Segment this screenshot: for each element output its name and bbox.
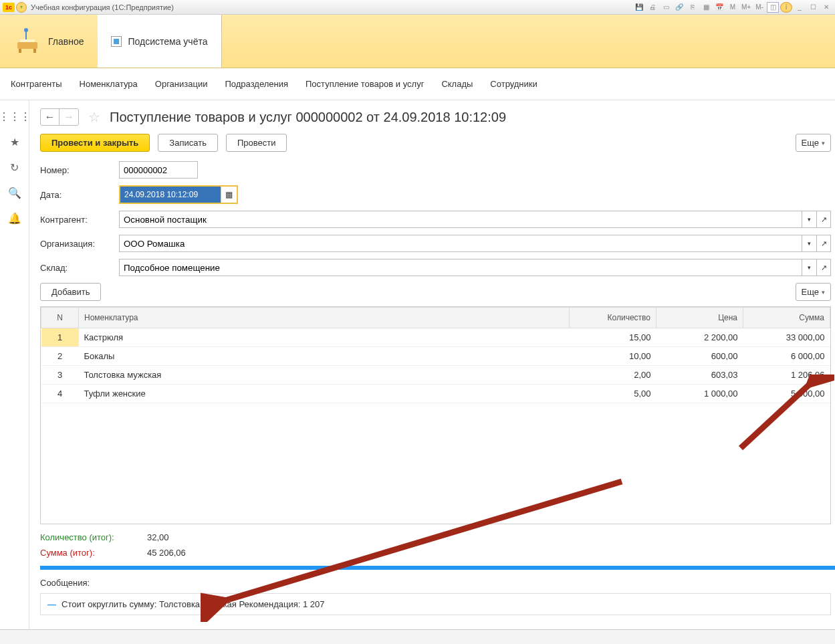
partner-dropdown-icon[interactable]: ▾	[802, 211, 816, 228]
sum-total-value: 45 206,06	[147, 548, 186, 558]
svg-point-3	[24, 28, 28, 32]
svg-rect-1	[20, 39, 35, 42]
calc-icon[interactable]: ▦	[700, 2, 712, 13]
status-bar	[0, 629, 835, 644]
number-field[interactable]	[119, 161, 198, 179]
svg-rect-5	[33, 49, 36, 53]
mplus-icon[interactable]: M+	[740, 2, 752, 13]
nav-back[interactable]: ←	[41, 109, 59, 125]
save-icon[interactable]: 💾	[633, 2, 645, 13]
grid-empty-area[interactable]	[41, 403, 830, 524]
table-row[interactable]: 3Толстовка мужская2,00603,031 206,06	[41, 366, 830, 385]
copy-icon[interactable]: ⎘	[687, 2, 699, 13]
tab-main[interactable]: Главное	[0, 15, 98, 68]
subsystem-icon	[111, 36, 122, 47]
doc-icon[interactable]: ▭	[660, 2, 672, 13]
section-panel: Главное Подсистема учёта	[0, 15, 835, 68]
totals-block: Количество (итог):32,00 Сумма (итог):45 …	[40, 530, 835, 560]
side-toolbar: ⋮⋮⋮ ★ ↻ 🔍 🔔	[0, 100, 29, 629]
post-button[interactable]: Провести	[226, 134, 287, 152]
partner-open-icon[interactable]: ↗	[816, 211, 831, 228]
qty-total-label: Количество (итог):	[40, 532, 147, 542]
col-price[interactable]: Цена	[657, 308, 743, 328]
info-icon[interactable]: i	[780, 2, 792, 13]
add-row-button[interactable]: Добавить	[40, 283, 101, 301]
col-sum[interactable]: Сумма	[743, 308, 830, 328]
window-controls: 💾 🖨 ▭ 🔗 ⎘ ▦ 📅 M M+ M- ◫ i _ ☐ ✕	[633, 2, 832, 13]
menu-contragents[interactable]: Контрагенты	[11, 79, 62, 89]
minimize-icon[interactable]: _	[794, 2, 806, 13]
svg-rect-0	[17, 42, 37, 49]
link-icon[interactable]: 🔗	[673, 2, 685, 13]
m-icon[interactable]: M	[727, 2, 739, 13]
print-icon[interactable]: 🖨	[646, 2, 659, 13]
bell-icon[interactable]: 🔔	[8, 211, 21, 225]
form-content: ← → ☆ Поступление товаров и услуг 000000…	[29, 100, 835, 629]
apps-icon[interactable]: ⋮⋮⋮	[8, 110, 21, 123]
partner-field[interactable]	[119, 211, 802, 228]
wh-label: Склад:	[40, 263, 119, 273]
org-open-icon[interactable]: ↗	[816, 235, 831, 252]
col-nom[interactable]: Номенклатура	[79, 308, 570, 328]
nav-back-forward: ← →	[40, 108, 79, 126]
partner-label: Контрагент:	[40, 215, 119, 225]
wh-field[interactable]	[119, 259, 802, 276]
mminus-icon[interactable]: M-	[753, 2, 765, 13]
qty-total-value: 32,00	[147, 532, 169, 542]
favorite-toggle[interactable]: ☆	[88, 109, 100, 125]
grid-more-button[interactable]: Еще	[796, 283, 831, 301]
window-titlebar: 1c ▾ Учебная конфигурация (1С:Предприяти…	[0, 0, 835, 15]
tab-subsystem[interactable]: Подсистема учёта	[98, 15, 222, 68]
table-row[interactable]: 2Бокалы10,00600,006 000,00	[41, 347, 830, 366]
maximize-icon[interactable]: ☐	[807, 2, 819, 13]
close-icon[interactable]: ✕	[820, 2, 832, 13]
window-title: Учебная конфигурация (1С:Предприятие)	[31, 3, 174, 11]
menu-warehouse[interactable]: Склады	[441, 79, 473, 89]
more-button[interactable]: Еще	[796, 134, 831, 152]
items-table: N Номенклатура Количество Цена Сумма 1Ка…	[41, 307, 830, 403]
menu-org[interactable]: Организации	[155, 79, 208, 89]
menu-employees[interactable]: Сотрудники	[490, 79, 537, 89]
search-icon[interactable]: 🔍	[8, 186, 21, 199]
date-field[interactable]	[120, 187, 221, 203]
sum-total-label: Сумма (итог):	[40, 548, 147, 558]
star-icon[interactable]: ★	[8, 135, 21, 148]
number-label: Номер:	[40, 165, 119, 175]
separator-bar	[40, 566, 835, 570]
command-bar: Контрагенты Номенклатура Организации Под…	[0, 68, 835, 100]
message-row[interactable]: — Стоит округлить сумму: Толстовка мужск…	[40, 593, 831, 615]
post-and-close-button[interactable]: Провести и закрыть	[40, 134, 150, 152]
tab-main-label: Главное	[48, 36, 84, 47]
org-label: Организация:	[40, 239, 119, 249]
message-bullet-icon: —	[47, 599, 56, 609]
org-field[interactable]	[119, 235, 802, 252]
calendar-icon[interactable]: 📅	[713, 2, 725, 13]
date-field-wrap: ▦	[119, 185, 238, 204]
org-dropdown-icon[interactable]: ▾	[802, 235, 816, 252]
panels-icon[interactable]: ◫	[767, 2, 779, 13]
col-qty[interactable]: Количество	[570, 308, 657, 328]
tab-subsystem-label: Подсистема учёта	[128, 36, 208, 47]
menu-dept[interactable]: Подразделения	[225, 79, 288, 89]
message-text: Стоит округлить сумму: Толстовка мужская…	[62, 599, 325, 609]
menu-nomenclature[interactable]: Номенклатура	[80, 79, 138, 89]
table-row[interactable]: 1Кастрюля15,002 200,0033 000,00	[41, 328, 830, 347]
menu-receipt[interactable]: Поступление товаров и услуг	[306, 79, 424, 89]
page-title: Поступление товаров и услуг 000000002 от…	[110, 110, 506, 125]
calendar-picker-icon[interactable]: ▦	[221, 187, 237, 203]
logo-1c-icon: 1c	[3, 3, 15, 12]
wh-open-icon[interactable]: ↗	[816, 259, 831, 276]
col-n[interactable]: N	[41, 308, 79, 328]
nav-forward[interactable]: →	[59, 109, 78, 125]
desktop-icon	[13, 27, 41, 56]
app-menu-dropdown[interactable]: ▾	[16, 2, 27, 13]
wh-dropdown-icon[interactable]: ▾	[802, 259, 816, 276]
history-icon[interactable]: ↻	[8, 160, 21, 174]
svg-rect-4	[19, 49, 21, 53]
date-label: Дата:	[40, 190, 119, 200]
table-row[interactable]: 4Туфли женские5,001 000,005 000,00	[41, 385, 830, 403]
write-button[interactable]: Записать	[158, 134, 218, 152]
messages-header: Сообщения:	[40, 578, 835, 588]
